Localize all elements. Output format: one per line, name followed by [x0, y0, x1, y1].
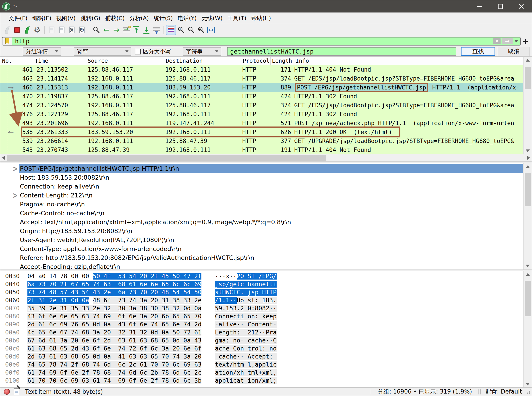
- start-capture-button[interactable]: [2, 25, 12, 35]
- scrollbar-thumb[interactable]: [7, 155, 326, 161]
- hex-row[interactable]: 003004 a0 14 78 00 00 50 4f 53 54 20 2f …: [0, 272, 532, 280]
- column-header-destination[interactable]: Destination: [164, 57, 241, 65]
- hex-row[interactable]: 00d02d 63 61 63 68 65 0d 0a 41 63 63 65 …: [0, 353, 532, 361]
- column-header-source[interactable]: Source: [86, 57, 164, 65]
- detail-line[interactable]: Host: 183.59.153.20:8082\r\n: [0, 173, 532, 182]
- menu-item-analyze[interactable]: 分析(A): [127, 14, 151, 23]
- hex-row[interactable]: 00e074 65 78 74 2f 68 74 6d 6c 2c 61 70 …: [0, 361, 532, 369]
- filter-bookmark-button[interactable]: [2, 37, 12, 45]
- packet-row[interactable]: 53923.266614192.168.0.111125.88.47.39HTT…: [0, 137, 532, 146]
- menu-item-file[interactable]: 文件(F): [6, 14, 30, 23]
- detail-line[interactable]: User-Agent: webkit;Resolution(PAL,720P,1…: [0, 236, 532, 245]
- details-vscrollbar[interactable]: [523, 163, 532, 269]
- filter-apply-button[interactable]: →: [502, 38, 513, 44]
- hex-row[interactable]: 00406a 73 70 2f 67 65 74 63 68 61 6e 6e …: [0, 280, 532, 288]
- restart-capture-button[interactable]: [22, 25, 32, 35]
- find-packet-button[interactable]: [91, 25, 101, 35]
- packet-row[interactable]: →46623.115313192.168.0.111183.59.153.20H…: [0, 83, 532, 92]
- column-header-no[interactable]: No.: [0, 57, 33, 65]
- detail-line[interactable]: Content-Type: application/x-www-form-url…: [0, 245, 532, 253]
- detail-line[interactable]: Connection: keep-alive\r\n: [0, 182, 532, 191]
- stop-capture-button[interactable]: [12, 25, 22, 35]
- packet-list-hscrollbar[interactable]: [0, 154, 532, 161]
- hex-row[interactable]: 008043 6f 6e 6e 65 63 74 69 6f 6e 3a 20 …: [0, 312, 532, 320]
- scroll-down-icon[interactable]: [526, 265, 530, 267]
- auto-scroll-button[interactable]: ▼: [151, 25, 162, 35]
- open-file-button[interactable]: [47, 25, 57, 35]
- go-first-button[interactable]: ↑: [131, 25, 141, 35]
- colorize-button[interactable]: [166, 25, 176, 35]
- expert-info-icon[interactable]: [4, 389, 10, 395]
- filter-dropdown-caret-icon[interactable]: [514, 40, 518, 42]
- case-sensitive-checkbox[interactable]: [135, 49, 141, 54]
- menu-item-wireless[interactable]: 无线(W): [199, 14, 225, 23]
- scroll-up-icon[interactable]: [526, 59, 530, 62]
- find-button[interactable]: 查找: [461, 47, 495, 56]
- display-filter-input[interactable]: http ✕ →: [2, 37, 521, 46]
- packet-row[interactable]: 47023.119837125.88.46.117192.168.0.111HT…: [0, 92, 532, 101]
- scrollbar-thumb[interactable]: [525, 67, 531, 89]
- scroll-down-icon[interactable]: [526, 383, 530, 385]
- detail-line[interactable]: Cache-Control: no-cache\r\n: [0, 209, 532, 218]
- detail-line[interactable]: Origin: http://183.59.153.20:8082\r\n: [0, 227, 532, 236]
- scroll-down-icon[interactable]: [526, 150, 530, 152]
- scroll-up-icon[interactable]: [526, 165, 530, 168]
- hex-row[interactable]: 00f061 74 69 6f 6e 2f 78 68 74 6d 6c 2b …: [0, 369, 532, 377]
- menu-item-edit[interactable]: 编辑(E): [30, 14, 54, 23]
- menu-item-tools[interactable]: 工具(T): [225, 14, 249, 23]
- search-type-select[interactable]: 字符串: [183, 47, 221, 56]
- go-forward-button[interactable]: →: [111, 25, 121, 35]
- maximize-button[interactable]: [490, 0, 511, 12]
- resize-columns-button[interactable]: ↔: [206, 25, 216, 35]
- detail-line[interactable]: Accept: text/html,application/xhtml+xml,…: [0, 218, 532, 227]
- packet-row[interactable]: 47623.127129125.88.46.117192.168.0.111HT…: [0, 110, 532, 119]
- scroll-left-icon[interactable]: [2, 156, 5, 160]
- hex-row[interactable]: 00902d 61 6c 69 76 65 0d 0a 43 6f 6e 74 …: [0, 320, 532, 328]
- menu-item-go[interactable]: 跳转(G): [78, 14, 103, 23]
- hex-row[interactable]: 00602f 31 2e 31 0d 0a 48 6f 73 74 3a 20 …: [0, 296, 532, 304]
- capture-comment-icon[interactable]: [14, 388, 19, 395]
- scroll-up-icon[interactable]: [526, 273, 530, 276]
- packet-row[interactable]: ←53823.261333183.59.153.20192.168.0.111H…: [0, 128, 532, 137]
- capture-options-button[interactable]: ⚙: [32, 25, 42, 35]
- detail-line[interactable]: Referer: http://183.59.153.20:8082/EPG/j…: [0, 253, 532, 262]
- search-scope-select[interactable]: 分组详情: [23, 47, 61, 56]
- hex-row[interactable]: 00b067 6d 61 3a 20 6e 6f 2d 63 61 63 68 …: [0, 337, 532, 344]
- profile-label[interactable]: 配置: Default: [485, 388, 522, 396]
- hex-row[interactable]: 00a04c 65 6e 67 74 68 3a 20 32 31 32 0d …: [0, 328, 532, 337]
- zoom-reset-button[interactable]: =: [196, 25, 206, 35]
- column-header-time[interactable]: Time: [33, 57, 86, 65]
- go-last-button[interactable]: ↓: [141, 25, 151, 35]
- filter-add-button[interactable]: +: [521, 37, 530, 46]
- save-file-button[interactable]: [57, 25, 67, 35]
- hex-row[interactable]: 010061 70 70 6c 69 63 61 74 69 6f 6e 2f …: [0, 377, 532, 385]
- packet-row[interactable]: 47423.124570192.168.0.111125.88.46.117HT…: [0, 101, 532, 110]
- detail-line[interactable]: Pragma: no-cache\r\n: [0, 200, 532, 209]
- menu-item-capture[interactable]: 捕获(C): [103, 14, 127, 23]
- scrollbar-thumb[interactable]: [525, 281, 531, 316]
- column-header-info[interactable]: Info: [293, 57, 532, 65]
- hex-row[interactable]: 007035 39 2e 31 35 33 2e 32 30 3a 38 30 …: [0, 304, 532, 312]
- packet-row[interactable]: 46323.114174192.168.0.111125.88.46.117HT…: [0, 74, 532, 83]
- menu-item-help[interactable]: 帮助(H): [249, 14, 273, 23]
- scroll-right-icon[interactable]: [527, 156, 530, 160]
- zoom-in-button[interactable]: +: [176, 25, 186, 35]
- hex-row[interactable]: 00c061 63 68 65 2d 43 6f 6e 74 72 6f 6c …: [0, 344, 532, 353]
- hex-row[interactable]: 005073 74 48 57 43 54 43 2e 6a 73 70 20 …: [0, 288, 532, 296]
- reload-file-button[interactable]: ↻: [77, 25, 87, 35]
- menu-item-statistics[interactable]: 统计(S): [151, 14, 175, 23]
- packet-row[interactable]: 46123.113502125.88.46.117192.168.0.111HT…: [0, 65, 532, 74]
- cancel-button[interactable]: 取消: [498, 47, 530, 56]
- detail-line[interactable]: >POST /EPG/jsp/getchannellistHWCTC.jsp H…: [0, 164, 532, 173]
- menu-item-view[interactable]: 视图(V): [54, 14, 78, 23]
- menu-item-telephony[interactable]: 电话(Y): [175, 14, 199, 23]
- close-button[interactable]: [511, 0, 532, 12]
- filter-clear-button[interactable]: ✕: [493, 38, 501, 44]
- search-width-select[interactable]: 宽窄: [74, 47, 131, 56]
- close-file-button[interactable]: ×: [67, 25, 77, 35]
- detail-line[interactable]: >Content-Length: 212\r\n: [0, 191, 532, 200]
- scrollbar-thumb[interactable]: [525, 173, 531, 206]
- zoom-out-button[interactable]: −: [186, 25, 196, 35]
- column-header-length[interactable]: Length: [271, 57, 293, 65]
- column-header-protocol[interactable]: Protocol: [241, 57, 271, 65]
